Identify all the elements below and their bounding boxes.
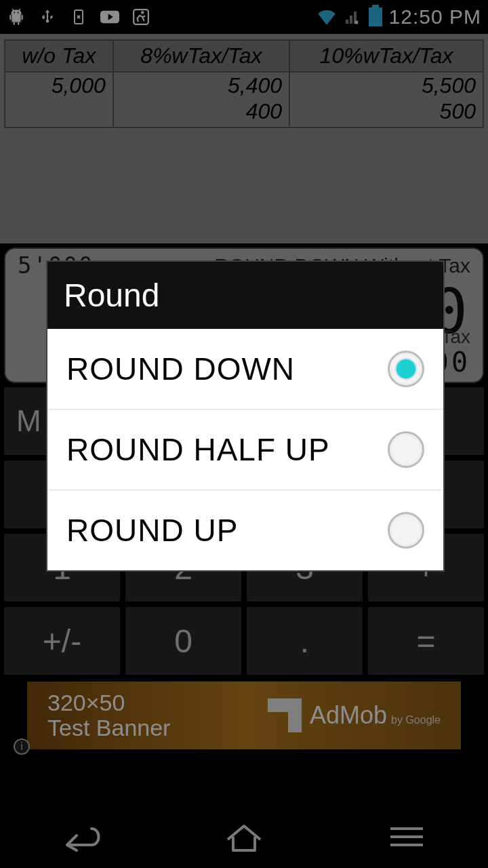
radio-icon	[388, 512, 424, 549]
round-dialog: Round ROUND DOWN ROUND HALF UP ROUND UP	[46, 260, 445, 572]
option-round-half-up[interactable]: ROUND HALF UP	[47, 409, 443, 490]
option-round-down[interactable]: ROUND DOWN	[47, 329, 443, 409]
option-label: ROUND HALF UP	[66, 431, 330, 468]
radio-icon	[388, 431, 424, 468]
radio-icon	[388, 351, 424, 387]
option-round-up[interactable]: ROUND UP	[47, 490, 443, 570]
option-label: ROUND UP	[66, 512, 238, 549]
option-label: ROUND DOWN	[66, 351, 295, 387]
dialog-title: Round	[47, 262, 443, 329]
